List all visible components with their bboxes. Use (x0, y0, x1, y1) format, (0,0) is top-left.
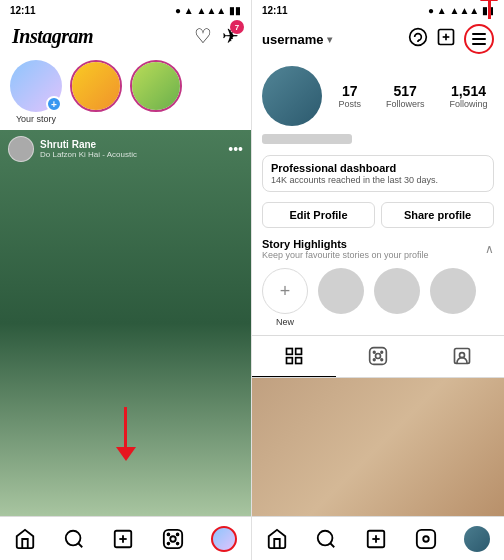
following-label: Following (449, 99, 487, 109)
arrow-head-down (116, 447, 136, 461)
svg-rect-19 (370, 348, 387, 365)
svg-rect-31 (416, 529, 434, 547)
highlight-avatar-1 (318, 268, 364, 314)
svg-line-27 (331, 543, 335, 547)
highlight-item-1[interactable] (318, 268, 364, 327)
grid-preview (252, 378, 504, 516)
profile-name-blurred (262, 134, 352, 144)
following-count: 1,514 (451, 83, 486, 99)
svg-rect-17 (287, 358, 293, 364)
svg-point-9 (167, 542, 169, 544)
share-profile-button[interactable]: Share profile (381, 202, 494, 228)
reel-post: Shruti Rane Do Lafzon Ki Hai - Acoustic … (0, 130, 251, 516)
tab-reels[interactable] (336, 336, 420, 377)
heart-button[interactable]: ♡ (194, 24, 212, 48)
right-nav-reels[interactable] (415, 528, 437, 550)
new-highlight-item[interactable]: + New (262, 268, 308, 327)
left-nav-profile[interactable] (211, 526, 237, 552)
menu-button[interactable] (464, 24, 494, 54)
left-nav-home[interactable] (14, 528, 36, 550)
right-profile-avatar (464, 526, 490, 552)
hamburger-icon (472, 33, 486, 45)
posts-count: 17 (342, 83, 358, 99)
left-bottom-nav (0, 516, 251, 560)
highlights-section: Story Highlights Keep your favourite sto… (252, 234, 504, 335)
messenger-button[interactable]: ✈ 7 (222, 24, 239, 48)
followers-stat[interactable]: 517 Followers (386, 83, 425, 109)
dashboard-subtitle: 14K accounts reached in the last 30 days… (271, 175, 485, 185)
up-arrow-annotation (480, 0, 498, 19)
svg-point-6 (170, 536, 176, 542)
profile-stats: 17 Posts 517 Followers 1,514 Following (332, 83, 494, 109)
following-stat[interactable]: 1,514 Following (449, 83, 487, 109)
right-nav-add[interactable] (365, 528, 387, 550)
left-time: 12:11 (10, 5, 36, 16)
tab-tagged[interactable] (420, 336, 504, 377)
highlight-avatar-3 (430, 268, 476, 314)
left-panel: 12:11 ● ▲ ▲▲▲ ▮▮ Instagram ♡ ✈ 7 + Your … (0, 0, 252, 560)
posts-stat[interactable]: 17 Posts (338, 83, 361, 109)
thread-icon-button[interactable] (408, 27, 428, 52)
highlights-row: + New (262, 262, 494, 333)
reel-more-button[interactable]: ••• (228, 141, 243, 157)
left-status-bar: 12:11 ● ▲ ▲▲▲ ▮▮ (0, 0, 251, 20)
add-story-icon: + (46, 96, 62, 112)
svg-point-22 (381, 351, 383, 353)
reel-user-info: Shruti Rane Do Lafzon Ki Hai - Acoustic (40, 139, 222, 159)
tab-grid[interactable] (252, 336, 336, 377)
profile-avatar (262, 66, 322, 126)
reel-top-bar: Shruti Rane Do Lafzon Ki Hai - Acoustic … (0, 130, 251, 168)
svg-point-7 (167, 533, 169, 535)
right-nav-home[interactable] (266, 528, 288, 550)
add-button[interactable] (436, 27, 456, 52)
svg-point-26 (318, 530, 333, 545)
story-item-2[interactable] (70, 60, 122, 124)
right-status-bar: 12:11 ● ▲ ▲▲▲ ▮▮ (252, 0, 504, 20)
story-avatar-2 (70, 60, 122, 112)
arrow-shaft-up (488, 1, 491, 19)
my-story-item[interactable]: + Your story (10, 60, 62, 124)
professional-dashboard[interactable]: Professional dashboard 14K accounts reac… (262, 155, 494, 192)
reel-user-avatar (8, 136, 34, 162)
chevron-down-icon: ▾ (327, 34, 332, 45)
profile-buttons: Edit Profile Share profile (252, 196, 504, 234)
svg-rect-16 (296, 349, 302, 355)
svg-line-1 (78, 543, 82, 547)
username-dropdown[interactable]: username ▾ (262, 32, 332, 47)
left-header-icons: ♡ ✈ 7 (194, 24, 239, 48)
left-status-icons: ● ▲ ▲▲▲ ▮▮ (175, 5, 241, 16)
edit-profile-button[interactable]: Edit Profile (262, 202, 375, 228)
followers-label: Followers (386, 99, 425, 109)
down-arrow-annotation (116, 407, 136, 461)
svg-point-11 (410, 28, 427, 45)
highlight-item-2[interactable] (374, 268, 420, 327)
reel-username: Shruti Rane (40, 139, 222, 150)
left-nav-reels[interactable] (162, 528, 184, 550)
left-nav-search[interactable] (63, 528, 85, 550)
svg-point-24 (381, 359, 383, 361)
my-story-label: Your story (16, 114, 56, 124)
svg-rect-5 (164, 529, 182, 547)
left-nav-add[interactable] (112, 528, 134, 550)
svg-point-23 (373, 359, 375, 361)
highlight-item-3[interactable] (430, 268, 476, 327)
right-nav-search[interactable] (315, 528, 337, 550)
story-item-3[interactable] (130, 60, 182, 124)
highlight-avatar-2 (374, 268, 420, 314)
svg-rect-15 (287, 349, 293, 355)
svg-point-0 (66, 530, 81, 545)
new-highlight-label: New (276, 317, 294, 327)
left-profile-avatar (211, 526, 237, 552)
story-avatar-3 (130, 60, 182, 112)
left-header: Instagram ♡ ✈ 7 (0, 20, 251, 54)
right-time: 12:11 (262, 5, 288, 16)
profile-tabs (252, 335, 504, 378)
notification-badge: 7 (230, 20, 244, 34)
right-nav-profile[interactable] (464, 526, 490, 552)
highlights-collapse-button[interactable]: ∧ (485, 242, 494, 256)
posts-label: Posts (338, 99, 361, 109)
right-bottom-nav (252, 516, 504, 560)
svg-point-8 (177, 533, 179, 535)
dashboard-title: Professional dashboard (271, 162, 485, 174)
right-header: username ▾ (252, 20, 504, 60)
